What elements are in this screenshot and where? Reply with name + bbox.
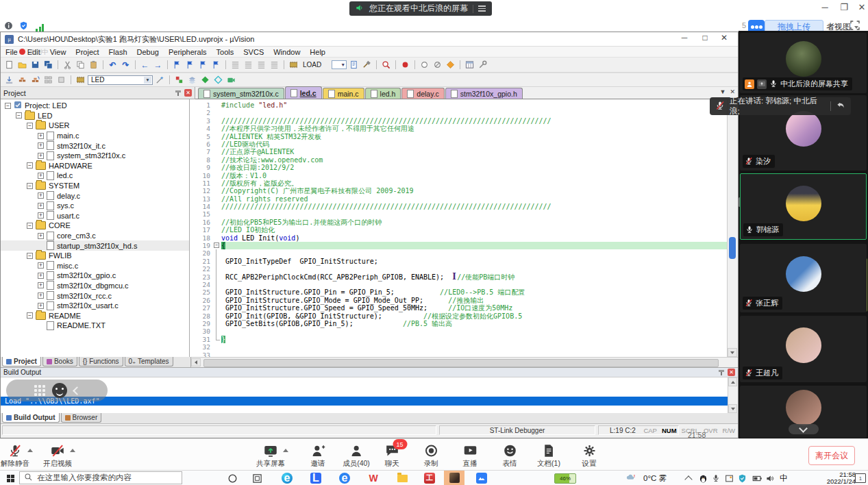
tree-item[interactable]: +system_stm32f10x.c [1, 151, 189, 161]
toolbar-dcyan-icon[interactable] [212, 75, 224, 85]
toolbar-gridsel-icon[interactable] [464, 60, 475, 70]
code-line[interactable]: 24 [190, 281, 727, 288]
meeting-mountain-icon[interactable] [474, 471, 489, 485]
code-line[interactable]: 11//版权所有，盗版必究。 [190, 179, 727, 187]
menu-flash[interactable]: Flash [104, 48, 132, 56]
code-line[interactable]: 4//本程序只供学习使用，未经作者许可，不得用于其它任何用途 [190, 125, 727, 132]
panel-tab-Browser[interactable]: Browser [61, 413, 102, 423]
toolbar-flag-icon[interactable] [197, 60, 209, 70]
expand-icon[interactable]: + [38, 203, 44, 209]
signal-icon[interactable] [36, 22, 45, 32]
editor-tab-led.c[interactable]: led.c [285, 86, 322, 99]
tree-item[interactable]: −HARDWARE [1, 161, 189, 171]
expand-caret-icon[interactable] [70, 449, 75, 452]
restore-button[interactable]: ❐ [836, 2, 852, 12]
browser-360-icon[interactable]: e [337, 471, 352, 485]
code-line[interactable]: 29 GPIO_SetBits(GPIOB,GPIO_Pin_5); //PB.… [190, 320, 727, 327]
toolbar-mag-icon[interactable] [380, 60, 392, 70]
tree-item[interactable]: +sys.c [1, 201, 189, 211]
toolbar-wand-icon[interactable] [154, 75, 166, 85]
scroll-up-icon[interactable] [728, 377, 737, 386]
tree-item[interactable]: +core_cm3.c [1, 231, 189, 241]
tray-expand-icon[interactable] [684, 471, 693, 485]
expand-icon[interactable] [38, 242, 44, 249]
toolbar-hammer-icon[interactable] [361, 60, 373, 70]
panel-tab-Build Output[interactable]: Build Output [2, 413, 60, 423]
menu-project[interactable]: Project [71, 48, 103, 56]
toolbar-paste-icon[interactable] [88, 60, 99, 70]
expand-icon[interactable]: − [27, 162, 33, 169]
code-line[interactable]: 1#include "led.h" [190, 101, 727, 109]
tree-item[interactable]: +stm32f10x_dbgmcu.c [1, 281, 189, 291]
editor-tab-delay.c[interactable]: delay.c [401, 88, 445, 99]
tree-item[interactable]: −Project: LED [1, 101, 189, 111]
code-line[interactable]: 19−{ [190, 242, 727, 249]
toolbar-ind-icon[interactable] [256, 60, 267, 70]
editor-tab-led.h[interactable]: led.h [365, 88, 401, 99]
toolbar-bld2-icon[interactable] [16, 75, 28, 85]
expand-icon[interactable]: + [38, 233, 44, 239]
toolbar-ind-icon[interactable] [230, 60, 241, 70]
close-panel-icon[interactable]: ✕ [184, 89, 192, 97]
uv-maximize-button[interactable]: □ [697, 33, 713, 42]
toolbar-flag-icon[interactable] [171, 60, 183, 70]
scrollbar-thumb[interactable] [203, 359, 719, 367]
tree-item[interactable]: startup_stm32f10x_hd.s [1, 240, 189, 251]
tray-mic-icon[interactable] [711, 471, 721, 485]
expand-icon[interactable]: + [38, 212, 44, 219]
code-line[interactable]: 25 GPIO_InitStructure.GPIO_Pin = GPIO_Pi… [190, 288, 727, 296]
participant-tile-中北后浪的屏幕共享[interactable]: 中北后浪的屏幕共享 [740, 33, 867, 93]
shield-icon[interactable] [19, 21, 29, 30]
code-line[interactable]: 31} [190, 336, 727, 343]
scrollbar-thumb[interactable] [729, 237, 736, 259]
toolbar-chip-icon[interactable] [288, 60, 299, 70]
expand-icon[interactable]: + [38, 153, 44, 159]
tree-item[interactable]: +stm32f10x_it.c [1, 140, 189, 151]
panel-tab-Project[interactable]: Project [2, 357, 41, 366]
menu-debug[interactable]: Debug [132, 48, 164, 56]
meeting-button-设置[interactable]: 设置 [582, 443, 597, 469]
taskbar-search[interactable]: 在这里输入你要搜索的内容 [19, 471, 182, 484]
edge-icon[interactable]: e [280, 471, 295, 485]
ime-indicator[interactable]: 中 [778, 471, 789, 485]
meeting-button-邀请[interactable]: 邀请 [311, 443, 325, 469]
toolbar-flag-icon[interactable] [210, 60, 222, 70]
code-line[interactable]: 15 [190, 210, 727, 218]
action-center-icon[interactable]: 1 [855, 471, 866, 485]
toolbar-flag-icon[interactable] [184, 60, 196, 70]
expand-icon[interactable]: − [27, 312, 33, 319]
menu-svcs[interactable]: SVCS [238, 48, 269, 56]
tree-item[interactable]: +usart.c [1, 211, 189, 221]
menu-peripherals[interactable]: Peripherals [164, 48, 212, 56]
toolbar-amber-icon[interactable] [445, 60, 456, 70]
scroll-down-icon[interactable] [728, 348, 737, 357]
meeting-button-开启视频[interactable]: 开启视频 [43, 443, 72, 469]
leave-meeting-button[interactable]: 离开会议 [808, 446, 855, 465]
code-line[interactable]: 9//修改日期:2012/9/2 [190, 164, 727, 171]
tree-item[interactable]: +stm32f10x_rcc.c [1, 290, 189, 301]
tree-item[interactable]: −SYSTEM [1, 181, 189, 191]
tree-item[interactable]: +main.c [1, 131, 189, 141]
code-line[interactable]: 17//LED IO初始化 [190, 226, 727, 234]
code-line[interactable]: 28 GPIO_Init(GPIOB, &GPIO_InitStructure)… [190, 312, 727, 320]
expand-icon[interactable]: + [38, 173, 44, 179]
expand-icon[interactable]: − [27, 253, 33, 259]
expand-icon[interactable]: + [38, 303, 44, 309]
code-line[interactable]: 2 [190, 109, 727, 116]
toolbar-open-icon[interactable] [16, 60, 28, 70]
expand-icon[interactable]: + [38, 293, 44, 299]
toolbar-undo-icon[interactable]: ↶ [107, 60, 119, 70]
file-explorer-icon[interactable] [395, 471, 410, 485]
code-line[interactable]: 18void LED_Init(void) [190, 234, 727, 242]
scroll-more-button[interactable] [789, 424, 819, 434]
menu-view[interactable]: View [45, 48, 71, 56]
code-line[interactable]: 22 [190, 265, 727, 273]
tray-battery-icon[interactable] [751, 471, 763, 485]
expand-icon[interactable]: + [38, 133, 44, 139]
tree-item[interactable]: −LED [1, 111, 189, 121]
meeting-button-录制[interactable]: 录制 [424, 443, 438, 469]
tree-item[interactable]: +led.c [1, 171, 189, 181]
uv-close-button[interactable]: ✕ [716, 33, 732, 42]
toolbar-bld3-icon[interactable] [29, 75, 41, 85]
code-line[interactable]: 16//初始化PB5和PE5为输出口.并使能这两个口的时钟 [190, 219, 727, 226]
